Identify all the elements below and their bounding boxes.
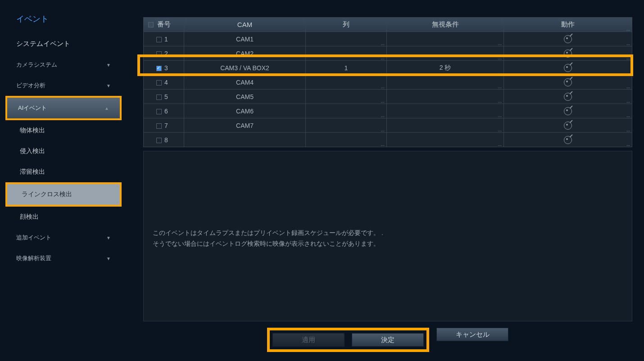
ellipsis-icon: ...: [498, 99, 502, 104]
sidebar-item-label: 物体検出: [20, 126, 45, 135]
sidebar-item-label: システムイベント: [16, 40, 70, 48]
table-row[interactable]: 3CAM3 / VA BOX21...2 秒......: [144, 61, 632, 75]
cell-cam[interactable]: CAM5: [184, 90, 306, 104]
cell-action[interactable]: ...: [504, 46, 632, 61]
table-row[interactable]: 8.........: [144, 133, 632, 147]
cell-ignore[interactable]: ...: [387, 90, 504, 104]
cell-ignore[interactable]: ...: [387, 133, 504, 147]
chevron-up-icon: ▲: [104, 106, 109, 111]
cell-action[interactable]: ...: [504, 90, 632, 104]
sidebar-item-video-analysis-device[interactable]: 映像解析装置 ▼: [0, 248, 127, 269]
cell-ignore[interactable]: ...: [387, 75, 504, 90]
sidebar-item-ai-event[interactable]: AIイベント ▲: [7, 98, 120, 118]
sidebar-item-system-event[interactable]: システムイベント: [0, 33, 127, 54]
cell-row[interactable]: ...: [306, 104, 387, 118]
cell-cam[interactable]: CAM4: [184, 75, 306, 90]
cell-action[interactable]: ...: [504, 75, 632, 90]
row-checkbox[interactable]: [156, 95, 162, 100]
chevron-down-icon: ▼: [106, 235, 111, 240]
table-row[interactable]: 1CAM1.........: [144, 32, 632, 46]
cell-cam[interactable]: [184, 133, 306, 147]
cell-num[interactable]: 5: [144, 90, 184, 104]
ellipsis-icon: ...: [626, 70, 630, 75]
cell-action[interactable]: ...: [504, 61, 632, 75]
row-checkbox[interactable]: [156, 51, 162, 57]
select-all-checkbox[interactable]: [148, 22, 154, 27]
cell-row[interactable]: 1...: [306, 61, 387, 75]
sidebar-item-object-detection[interactable]: 物体検出: [0, 120, 127, 141]
cell-ignore[interactable]: 2 秒...: [387, 61, 504, 75]
sidebar: イベント システムイベント カメラシステム ▼ ビデオ分析 ▼ AIイベント ▲…: [0, 0, 127, 361]
row-checkbox[interactable]: [156, 109, 162, 114]
sidebar-item-loitering-detection[interactable]: 滞留検出: [0, 162, 127, 182]
ok-button[interactable]: 決定: [352, 333, 424, 347]
cell-ignore[interactable]: ...: [387, 46, 504, 61]
cell-row[interactable]: ...: [306, 118, 387, 133]
cell-cam[interactable]: CAM1: [184, 32, 306, 46]
sidebar-item-label: 顔検出: [20, 213, 39, 221]
table-row[interactable]: 6CAM6.........: [144, 104, 632, 118]
ellipsis-icon: ...: [626, 142, 630, 147]
ellipsis-icon: ...: [626, 55, 630, 60]
header-ignore[interactable]: 無視条件: [387, 18, 504, 32]
sidebar-item-additional-event[interactable]: 追加イベント ▼: [0, 227, 127, 248]
sidebar-item-intrusion-detection[interactable]: 侵入検出: [0, 141, 127, 162]
table-row[interactable]: 5CAM5.........: [144, 90, 632, 104]
cell-row[interactable]: ...: [306, 133, 387, 147]
cell-row[interactable]: ...: [306, 90, 387, 104]
sidebar-item-label: 侵入検出: [20, 147, 45, 155]
cell-num[interactable]: 8: [144, 133, 184, 147]
cell-num[interactable]: 1: [144, 32, 184, 46]
ellipsis-icon: ...: [626, 99, 630, 104]
cell-row[interactable]: ...: [306, 46, 387, 61]
cell-cam[interactable]: CAM2: [184, 46, 306, 61]
row-checkbox[interactable]: [156, 80, 162, 86]
cell-cam[interactable]: CAM6: [184, 104, 306, 118]
cell-num[interactable]: 2: [144, 46, 184, 61]
cell-cam[interactable]: CAM3 / VA BOX2: [184, 61, 306, 75]
cell-num[interactable]: 7: [144, 118, 184, 133]
table-row[interactable]: 2CAM2.........: [144, 46, 632, 61]
ellipsis-icon: ...: [381, 55, 385, 60]
header-num[interactable]: 番号: [144, 18, 184, 32]
action-config-icon[interactable]: [564, 35, 572, 43]
cell-row[interactable]: ...: [306, 75, 387, 90]
action-config-icon[interactable]: [564, 78, 572, 86]
action-config-icon[interactable]: [564, 50, 572, 58]
cell-action[interactable]: ...: [504, 118, 632, 133]
cancel-button[interactable]: キャンセル: [436, 328, 508, 341]
info-line-1: このイベントはタイムラプスまたはプリイベント録画スケジュールが必要です。 .: [153, 228, 623, 239]
cell-cam[interactable]: CAM7: [184, 118, 306, 133]
ellipsis-icon: ...: [626, 41, 630, 46]
sidebar-item-face-detection[interactable]: 顔検出: [0, 207, 127, 227]
row-checkbox[interactable]: [156, 123, 162, 129]
table-row[interactable]: 7CAM7.........: [144, 118, 632, 133]
cell-action[interactable]: ...: [504, 133, 632, 147]
action-config-icon[interactable]: [564, 122, 572, 130]
sidebar-item-camera-system[interactable]: カメラシステム ▼: [0, 54, 127, 75]
cell-action[interactable]: ...: [504, 32, 632, 46]
apply-button[interactable]: 適用: [272, 333, 345, 347]
header-row[interactable]: 列: [306, 18, 387, 32]
action-config-icon[interactable]: [564, 136, 572, 144]
ellipsis-icon: ...: [498, 41, 502, 46]
cell-ignore[interactable]: ...: [387, 104, 504, 118]
action-config-icon[interactable]: [564, 64, 572, 72]
sidebar-item-line-cross-detection[interactable]: ラインクロス検出: [7, 184, 120, 205]
header-cam[interactable]: CAM: [184, 18, 306, 32]
row-checkbox[interactable]: [156, 37, 162, 42]
cell-num[interactable]: 6: [144, 104, 184, 118]
row-checkbox[interactable]: [156, 66, 162, 71]
action-config-icon[interactable]: [564, 107, 572, 115]
row-checkbox[interactable]: [156, 138, 162, 143]
action-config-icon[interactable]: [564, 93, 572, 101]
sidebar-item-video-analysis[interactable]: ビデオ分析 ▼: [0, 75, 127, 96]
cell-num[interactable]: 3: [144, 61, 184, 75]
cell-action[interactable]: ...: [504, 104, 632, 118]
cell-ignore[interactable]: ...: [387, 118, 504, 133]
cell-num[interactable]: 4: [144, 75, 184, 90]
cell-row[interactable]: ...: [306, 32, 387, 46]
cell-ignore[interactable]: ...: [387, 32, 504, 46]
header-action[interactable]: 動作 ...: [504, 18, 632, 32]
table-row[interactable]: 4CAM4.........: [144, 75, 632, 90]
